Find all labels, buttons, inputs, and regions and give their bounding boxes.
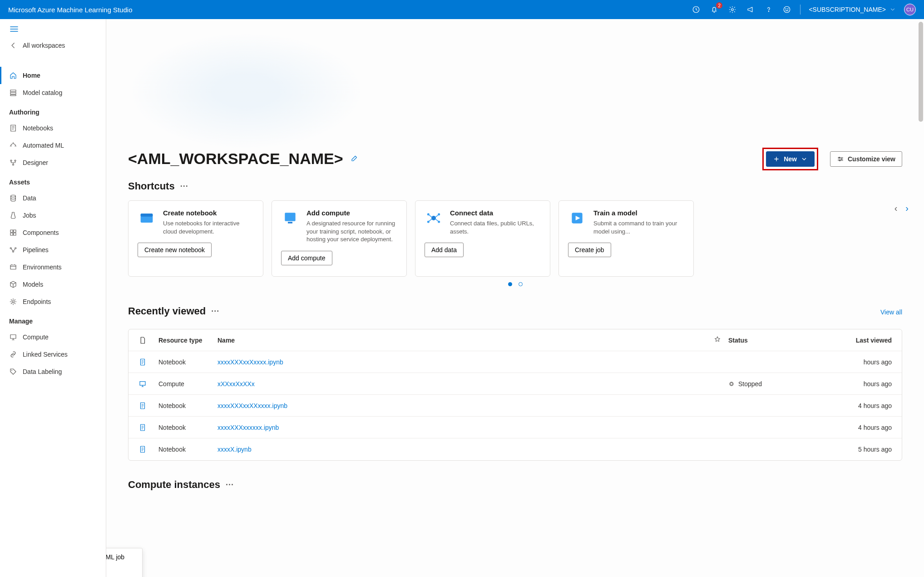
sidebar-item-model-catalog[interactable]: Model catalog (0, 84, 106, 101)
recent-name-link[interactable]: xxxxXXXxxXXxxxx.ipynb (217, 402, 707, 409)
recent-name-link[interactable]: xxxxX.ipynb (217, 446, 707, 453)
subscription-picker[interactable]: <SUBSCRIPTION_NAME> (809, 6, 896, 13)
pipelines-icon (9, 246, 17, 254)
shortcut-card-cta[interactable]: Create job (568, 243, 611, 257)
compute-instances-heading: Compute instances ··· (128, 479, 902, 491)
shortcuts-nav: ‹ › (894, 203, 909, 214)
sidebar-item-endpoints[interactable]: Endpoints (0, 293, 106, 310)
feedback-icon[interactable] (782, 5, 792, 15)
sidebar-item-linked-services[interactable]: Linked Services (0, 346, 106, 363)
jobs-icon (9, 211, 17, 219)
new-dropdown-item-component[interactable]: Component (106, 566, 142, 577)
shortcuts-next-icon[interactable]: › (905, 203, 909, 214)
sidebar-collapse-toggle[interactable] (0, 23, 106, 37)
recent-viewed: hours ago (833, 380, 892, 388)
shortcut-card-2[interactable]: Connect data Connect data files, public … (415, 200, 550, 277)
shortcut-card-cta[interactable]: Add compute (281, 251, 332, 265)
col-viewed[interactable]: Last viewed (833, 337, 892, 344)
sidebar-section-assets: Assets (0, 171, 106, 189)
shortcut-card-desc: Submit a command to train your model usi… (593, 219, 684, 235)
recent-name-link[interactable]: xxxxXXXxxxxxx.ipynb (217, 424, 707, 431)
page-header: <AML_WORKSPACE_NAME> New Customize view (128, 150, 902, 168)
recent-row[interactable]: Notebook xxxxX.ipynb 5 hours ago (128, 438, 902, 460)
new-button[interactable]: New (766, 151, 815, 167)
topbar: Microsoft Azure Machine Learning Studio … (0, 0, 924, 19)
shortcut-card-cta[interactable]: Create new notebook (138, 243, 212, 257)
col-type[interactable]: Resource type (158, 337, 217, 344)
sidebar-item-designer[interactable]: Designer (0, 154, 106, 171)
shortcut-card-title: Create notebook (163, 209, 254, 217)
settings-icon[interactable] (727, 5, 737, 15)
new-button-label: New (784, 155, 797, 163)
recent-kind-icon (138, 380, 158, 388)
endpoints-icon (9, 298, 17, 306)
shortcuts-row: Create notebook Use notebooks for intera… (128, 200, 902, 277)
sidebar-item-label: Models (23, 281, 43, 288)
sidebar-item-home[interactable]: Home (0, 67, 106, 84)
recent-type: Notebook (158, 446, 217, 453)
compute-instances-more-icon[interactable]: ··· (226, 480, 234, 490)
recent-name-link[interactable]: xXXxxXxXXx (217, 380, 707, 388)
sidebar-back-all-workspaces[interactable]: All workspaces (0, 37, 106, 54)
sidebar-item-jobs[interactable]: Jobs (0, 207, 106, 224)
sidebar-item-pipelines[interactable]: Pipelines (0, 241, 106, 259)
sidebar-item-label: Home (23, 72, 40, 79)
recent-header-row: Resource type Name Status Last viewed (128, 329, 902, 351)
customize-view-label: Customize view (848, 155, 895, 163)
customize-view-button[interactable]: Customize view (830, 151, 902, 167)
sidebar-item-notebooks[interactable]: Notebooks (0, 119, 106, 137)
shortcut-card-cta[interactable]: Add data (425, 243, 464, 257)
recent-row[interactable]: Notebook xxxxXXXxxxxxx.ipynb 4 hours ago (128, 417, 902, 438)
avatar[interactable]: CU (904, 4, 916, 15)
sidebar-item-data-labeling[interactable]: Data Labeling (0, 363, 106, 380)
notebooks-icon (9, 124, 17, 132)
shortcut-card-3[interactable]: Train a model Submit a command to train … (558, 200, 694, 277)
content-scroll[interactable]: <AML_WORKSPACE_NAME> New Customize view (106, 19, 924, 577)
col-status[interactable]: Status (728, 337, 833, 344)
svg-rect-17 (14, 233, 16, 235)
recent-view-all[interactable]: View all (880, 308, 902, 316)
recent-row[interactable]: Notebook xxxxXXXxxXxxxx.ipynb hours ago (128, 351, 902, 373)
svg-rect-14 (10, 230, 13, 232)
recent-row[interactable]: Compute xXXxxXxXXx Stopped hours ago (128, 373, 902, 395)
shortcut-card-desc: Use notebooks for interactive cloud deve… (163, 219, 254, 235)
sidebar-item-label: Linked Services (23, 351, 68, 358)
help-icon[interactable] (764, 5, 774, 15)
sidebar-item-components[interactable]: Components (0, 224, 106, 241)
recent-kind-icon (138, 358, 158, 366)
recent-row[interactable]: Notebook xxxxXXXxxXXxxxx.ipynb 4 hours a… (128, 395, 902, 417)
svg-point-5 (788, 9, 788, 9)
recent-name-link[interactable]: xxxxXXXxxXxxxx.ipynb (217, 358, 707, 366)
sidebar-item-environments[interactable]: Environments (0, 259, 106, 276)
shortcut-card-1[interactable]: Add compute A designated resource for ru… (272, 200, 407, 277)
sidebar-item-label: Data Labeling (23, 368, 62, 375)
megaphone-icon[interactable] (746, 5, 756, 15)
shortcut-card-title: Train a model (593, 209, 684, 217)
sidebar-item-automated-ml[interactable]: Automated ML (0, 137, 106, 154)
sidebar-item-models[interactable]: Models (0, 276, 106, 293)
col-name[interactable]: Name (217, 337, 707, 344)
clock-icon[interactable] (691, 5, 701, 15)
shortcuts-more-icon[interactable]: ··· (180, 182, 188, 191)
linked-services-icon (9, 350, 17, 358)
svg-point-1 (731, 9, 734, 11)
shortcuts-prev-icon[interactable]: ‹ (894, 203, 898, 214)
sidebar-section-manage: Manage (0, 310, 106, 328)
recent-type: Notebook (158, 424, 217, 431)
home-icon (9, 71, 17, 80)
svg-rect-31 (288, 222, 292, 223)
sidebar-item-data[interactable]: Data (0, 189, 106, 207)
pager-dot-1[interactable] (508, 282, 512, 286)
shortcut-card-0[interactable]: Create notebook Use notebooks for intera… (128, 200, 263, 277)
pager-dot-2[interactable] (519, 282, 523, 286)
shortcut-card-desc: A designated resource for running your t… (306, 219, 397, 244)
notifications-icon[interactable]: 2 (709, 5, 719, 15)
edit-title-icon[interactable] (351, 154, 359, 164)
sidebar-item-compute[interactable]: Compute (0, 328, 106, 346)
environments-icon (9, 263, 17, 271)
sidebar-item-label: Components (23, 229, 59, 236)
col-favorite[interactable] (707, 336, 728, 344)
new-dropdown-item-automated-ml-job[interactable]: Automated ML job (106, 548, 142, 566)
designer-icon (9, 159, 17, 167)
recent-more-icon[interactable]: ··· (211, 307, 219, 316)
